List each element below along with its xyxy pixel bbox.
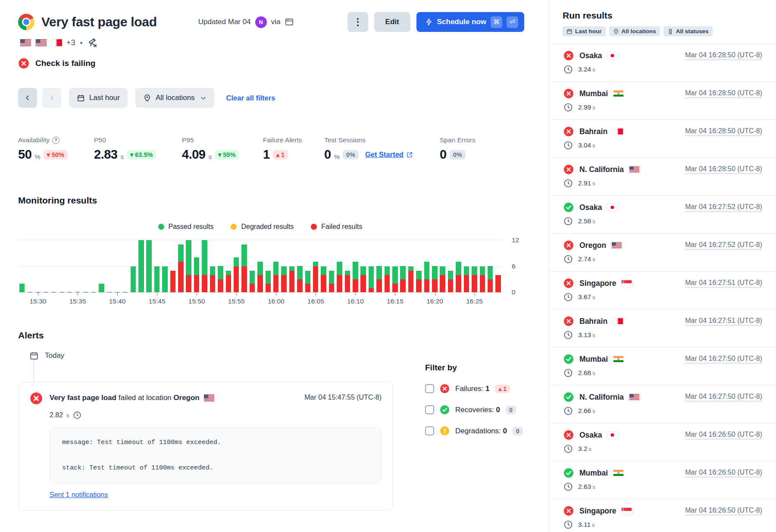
run-timestamp-link[interactable]: Mar 04 16:26:50 (UTC-8)	[685, 507, 762, 515]
run-timestamp-link[interactable]: Mar 04 16:28:50 (UTC-8)	[685, 127, 762, 136]
chip-all-statuses[interactable]: All statuses	[663, 26, 713, 36]
run-timestamp-link[interactable]: Mar 04 16:27:52 (UTC-8)	[685, 203, 762, 212]
chart-bar[interactable]	[66, 240, 73, 292]
chart-bar[interactable]	[137, 240, 145, 292]
chart-bar[interactable]	[375, 240, 383, 292]
chart-bar[interactable]	[97, 240, 105, 292]
chart-bar[interactable]	[74, 240, 81, 292]
run-timestamp-link[interactable]: Mar 04 16:27:50 (UTC-8)	[685, 355, 762, 363]
chart-bar[interactable]	[177, 240, 185, 292]
chart-bar[interactable]	[486, 240, 494, 292]
run-timestamp-link[interactable]: Mar 04 16:27:52 (UTC-8)	[685, 241, 762, 250]
run-timestamp-link[interactable]: Mar 04 16:28:50 (UTC-8)	[685, 165, 762, 174]
run-timestamp-link[interactable]: Mar 04 16:26:50 (UTC-8)	[685, 431, 762, 439]
chart-bar[interactable]	[34, 240, 42, 292]
chart-bar[interactable]	[216, 240, 224, 292]
chart-bar[interactable]	[479, 240, 486, 292]
chart-bar[interactable]	[81, 240, 89, 292]
chart-bar[interactable]	[105, 240, 113, 292]
sent-notifications-link[interactable]: Sent 1 notifications	[50, 491, 108, 499]
chip-last-hour[interactable]: Last hour	[563, 26, 606, 36]
chart-bar[interactable]	[367, 240, 375, 292]
time-range-filter-button[interactable]: Last hour	[69, 88, 128, 108]
chart-bar[interactable]	[145, 240, 153, 292]
run-result-row[interactable]: Oregon Mar 04 16:27:52 (UTC-8) 2.74s	[549, 234, 776, 272]
run-result-row[interactable]: N. California Mar 04 16:28:50 (UTC-8) 2.…	[549, 158, 776, 196]
run-timestamp-link[interactable]: Mar 04 16:28:50 (UTC-8)	[685, 51, 762, 60]
more-options-button[interactable]	[347, 12, 368, 32]
chart-bar[interactable]	[200, 240, 208, 292]
chart-bar[interactable]	[494, 240, 502, 292]
chart-bar[interactable]	[232, 240, 240, 292]
chart-bar[interactable]	[129, 240, 137, 292]
chart-bar[interactable]	[169, 240, 177, 292]
chart-bar[interactable]	[423, 240, 431, 292]
run-result-row[interactable]: Mumbai Mar 04 16:28:50 (UTC-8) 2.99s	[549, 82, 776, 120]
schedule-now-button[interactable]: Schedule now ⌘ ⏎	[416, 12, 524, 32]
chart-bar[interactable]	[359, 240, 367, 292]
chart-bar[interactable]	[415, 240, 422, 292]
help-icon[interactable]: ?	[52, 137, 59, 144]
chart-bar[interactable]	[121, 240, 129, 292]
chart-bar[interactable]	[463, 240, 470, 292]
chart-bar[interactable]	[319, 240, 327, 292]
next-page-button[interactable]	[42, 88, 61, 108]
chart-bar[interactable]	[431, 240, 438, 292]
alert-card[interactable]: Very fast page load failed at location O…	[18, 382, 393, 510]
chart-bar[interactable]	[399, 240, 407, 292]
chart-bar[interactable]	[161, 240, 169, 292]
run-timestamp-link[interactable]: Mar 04 16:26:50 (UTC-8)	[685, 469, 762, 477]
get-started-link[interactable]: Get Started	[365, 150, 413, 159]
chart-bar[interactable]	[248, 240, 256, 292]
edit-button[interactable]: Edit	[374, 12, 410, 32]
checkbox[interactable]	[425, 426, 434, 435]
run-timestamp-link[interactable]: Mar 04 16:27:51 (UTC-8)	[685, 279, 762, 288]
chart-bar[interactable]	[470, 240, 478, 292]
chart-bar[interactable]	[256, 240, 264, 292]
chart-bar[interactable]	[272, 240, 280, 292]
chart-bar[interactable]	[351, 240, 359, 292]
chart-bar[interactable]	[304, 240, 312, 292]
checkbox[interactable]	[425, 384, 434, 393]
chart-bar[interactable]	[264, 240, 272, 292]
run-result-row[interactable]: Osaka Mar 04 16:28:50 (UTC-8) 3.24s	[549, 44, 776, 82]
chip-all-locations[interactable]: All locations	[609, 26, 660, 36]
chart-bar[interactable]	[328, 240, 335, 292]
chart-bar[interactable]	[42, 240, 50, 292]
previous-page-button[interactable]	[18, 88, 37, 108]
run-timestamp-link[interactable]: Mar 04 16:28:50 (UTC-8)	[685, 89, 762, 98]
chart-bar[interactable]	[407, 240, 415, 292]
chart-bar[interactable]	[344, 240, 351, 292]
chart-bar[interactable]	[391, 240, 399, 292]
chart-bar[interactable]	[225, 240, 232, 292]
chart-bar[interactable]	[90, 240, 97, 292]
chart-bar[interactable]	[50, 240, 58, 292]
run-timestamp-link[interactable]: Mar 04 16:27:51 (UTC-8)	[685, 317, 762, 325]
avatar[interactable]: N	[255, 16, 267, 28]
run-result-row[interactable]: Mumbai Mar 04 16:27:50 (UTC-8) 2.68s	[549, 347, 776, 385]
chart-bar[interactable]	[335, 240, 343, 292]
run-result-row[interactable]: Bahrain Mar 04 16:28:50 (UTC-8) 3.04s	[549, 120, 776, 158]
chart-bar[interactable]	[447, 240, 454, 292]
chart-bar[interactable]	[153, 240, 161, 292]
chart-bar[interactable]	[296, 240, 304, 292]
run-result-row[interactable]: Singapore Mar 04 16:27:51 (UTC-8) 3.67s	[549, 272, 776, 310]
checkbox[interactable]	[425, 405, 434, 414]
chart-bar[interactable]	[383, 240, 391, 292]
run-result-row[interactable]: Osaka Mar 04 16:26:50 (UTC-8) 3.2s	[549, 423, 776, 461]
chart-bar[interactable]	[185, 240, 193, 292]
chart-bar[interactable]	[209, 240, 216, 292]
run-result-row[interactable]: Singapore Mar 04 16:26:50 (UTC-8) 3.11s	[549, 499, 776, 532]
chart-bar[interactable]	[26, 240, 34, 292]
run-result-row[interactable]: N. California Mar 04 16:27:50 (UTC-8) 2.…	[549, 385, 776, 423]
chart-bar[interactable]	[288, 240, 296, 292]
chart-bar[interactable]	[58, 240, 66, 292]
chart-bar[interactable]	[439, 240, 447, 292]
run-result-row[interactable]: Mumbai Mar 04 16:26:50 (UTC-8) 2.63s	[549, 461, 776, 499]
run-result-row[interactable]: Osaka Mar 04 16:27:52 (UTC-8) 2.58s	[549, 196, 776, 234]
chart-bar[interactable]	[18, 240, 26, 292]
chart-bar[interactable]	[113, 240, 121, 292]
chart-bar[interactable]	[454, 240, 462, 292]
chart-bar[interactable]	[240, 240, 248, 292]
run-timestamp-link[interactable]: Mar 04 16:27:50 (UTC-8)	[685, 393, 762, 401]
